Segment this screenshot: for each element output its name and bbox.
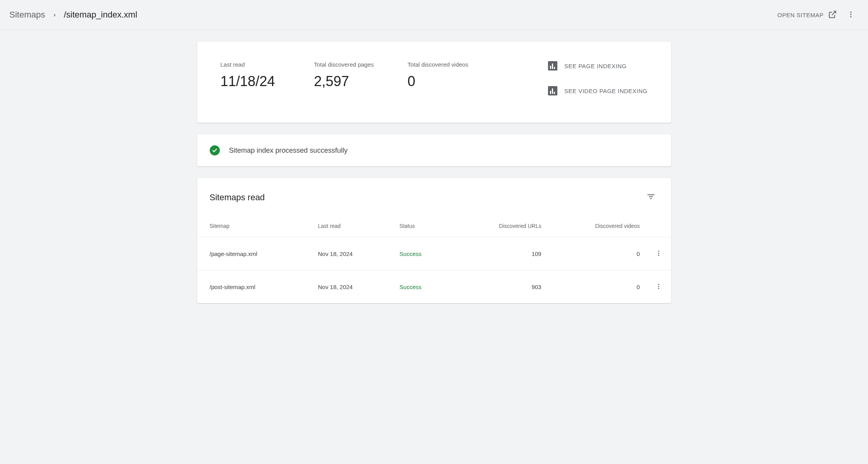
- stat-label: Last read: [221, 61, 291, 68]
- table-header: Sitemaps read: [197, 178, 671, 213]
- cell-discovered-videos: 0: [548, 237, 646, 270]
- table-row[interactable]: /post-sitemap.xmlNov 18, 2024Success9030: [197, 270, 671, 303]
- bar-chart-icon: [548, 86, 557, 95]
- filter-button[interactable]: [643, 189, 659, 206]
- svg-point-3: [850, 16, 851, 17]
- cell-discovered-urls: 903: [453, 270, 548, 303]
- summary-links: SEE PAGE INDEXING SEE VIDEO PAGE INDEXIN…: [548, 61, 648, 95]
- more-vert-icon: [655, 250, 662, 258]
- svg-line-0: [832, 11, 836, 15]
- sitemaps-table: Sitemap Last read Status Discovered URLs…: [197, 213, 671, 303]
- bar-chart-icon: [548, 61, 557, 71]
- stat-value: 0: [408, 73, 478, 90]
- check-circle-icon: [210, 145, 220, 155]
- cell-last-read: Nov 18, 2024: [312, 237, 393, 270]
- cell-last-read: Nov 18, 2024: [312, 270, 393, 303]
- col-sitemap: Sitemap: [197, 213, 312, 237]
- cell-sitemap: /post-sitemap.xml: [197, 270, 312, 303]
- table-row[interactable]: /page-sitemap.xmlNov 18, 2024Success1090: [197, 237, 671, 270]
- chevron-right-icon: [52, 11, 57, 19]
- stat-value: 11/18/24: [221, 73, 291, 90]
- row-menu-button[interactable]: [652, 247, 665, 260]
- cell-discovered-videos: 0: [548, 270, 646, 303]
- svg-point-4: [658, 251, 659, 252]
- stat-total-pages: Total discovered pages 2,597: [314, 61, 384, 95]
- status-message: Sitemap index processed successfully: [229, 146, 348, 155]
- see-page-indexing-link[interactable]: SEE PAGE INDEXING: [548, 61, 648, 71]
- link-label: SEE VIDEO PAGE INDEXING: [564, 88, 648, 94]
- stat-total-videos: Total discovered videos 0: [408, 61, 478, 95]
- table-title: Sitemaps read: [210, 192, 265, 203]
- status-card: Sitemap index processed successfully: [197, 134, 671, 166]
- stat-last-read: Last read 11/18/24: [221, 61, 291, 95]
- stat-value: 2,597: [314, 73, 384, 90]
- more-vert-icon: [847, 11, 855, 19]
- svg-point-2: [850, 14, 851, 15]
- more-options-button[interactable]: [843, 7, 859, 23]
- svg-point-6: [658, 254, 659, 256]
- col-status: Status: [393, 213, 453, 237]
- stat-label: Total discovered videos: [408, 61, 478, 68]
- link-label: SEE PAGE INDEXING: [564, 63, 627, 69]
- svg-point-9: [658, 288, 659, 289]
- open-sitemap-label: OPEN SITEMAP: [777, 12, 824, 18]
- main-container: Last read 11/18/24 Total discovered page…: [193, 42, 676, 303]
- svg-point-8: [658, 286, 659, 287]
- cell-discovered-urls: 109: [453, 237, 548, 270]
- cell-sitemap: /page-sitemap.xml: [197, 237, 312, 270]
- see-video-indexing-link[interactable]: SEE VIDEO PAGE INDEXING: [548, 86, 648, 95]
- sitemaps-table-card: Sitemaps read Sitemap Last read Status D…: [197, 178, 671, 303]
- stat-label: Total discovered pages: [314, 61, 384, 68]
- cell-status: Success: [393, 270, 453, 303]
- breadcrumb-root-link[interactable]: Sitemaps: [9, 10, 45, 20]
- breadcrumb-current: /sitemap_index.xml: [64, 10, 137, 20]
- summary-card: Last read 11/18/24 Total discovered page…: [197, 42, 671, 123]
- open-sitemap-button[interactable]: OPEN SITEMAP: [777, 10, 837, 20]
- col-last-read: Last read: [312, 213, 393, 237]
- col-discovered-urls: Discovered URLs: [453, 213, 548, 237]
- svg-point-1: [850, 11, 851, 12]
- open-external-icon: [828, 10, 837, 20]
- page-header: Sitemaps /sitemap_index.xml OPEN SITEMAP: [0, 0, 868, 30]
- more-vert-icon: [655, 283, 662, 291]
- svg-point-7: [658, 284, 659, 285]
- row-menu-button[interactable]: [652, 281, 665, 293]
- filter-icon: [646, 197, 656, 203]
- svg-point-5: [658, 252, 659, 254]
- col-discovered-videos: Discovered videos: [548, 213, 646, 237]
- header-actions: OPEN SITEMAP: [777, 7, 859, 23]
- cell-status: Success: [393, 237, 453, 270]
- breadcrumb: Sitemaps /sitemap_index.xml: [9, 10, 137, 20]
